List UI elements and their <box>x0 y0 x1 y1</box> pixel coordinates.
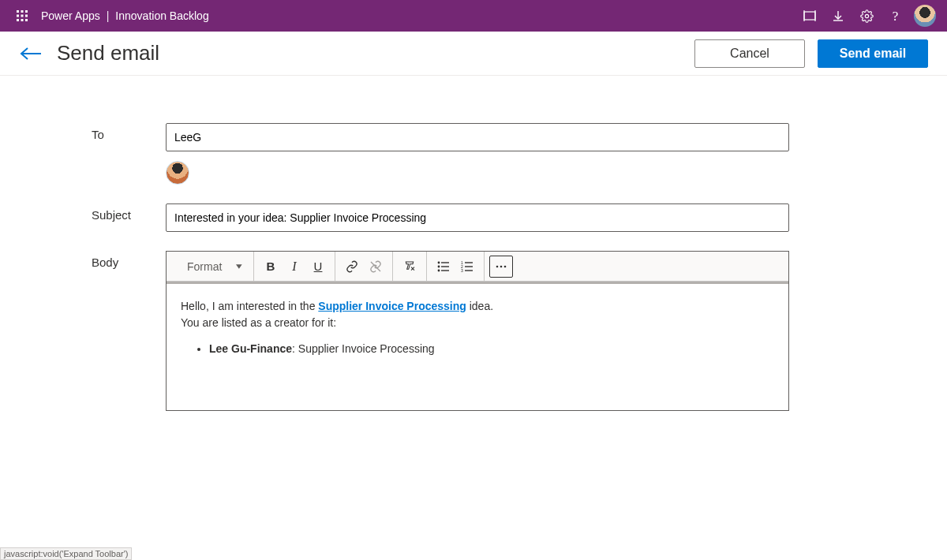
rte-toolbar: Format B I U <box>167 252 788 282</box>
svg-rect-32 <box>465 270 473 271</box>
svg-rect-0 <box>17 10 19 13</box>
bullet-rest: : Supplier Invoice Processing <box>292 342 435 355</box>
bold-button[interactable]: B <box>259 256 283 278</box>
body-editor[interactable]: Hello, I am interested in the Supplier I… <box>167 284 788 410</box>
product-name: Power Apps <box>41 9 100 22</box>
to-input[interactable] <box>166 123 789 151</box>
svg-point-21 <box>438 261 440 263</box>
subject-input[interactable] <box>166 203 789 232</box>
svg-rect-8 <box>25 19 28 21</box>
svg-rect-22 <box>441 262 449 263</box>
global-header: Power Apps | Innovation Backlog ? <box>0 0 947 32</box>
body-label: Body <box>0 251 166 411</box>
app-name: Innovation Backlog <box>115 9 208 22</box>
expand-toolbar-button[interactable] <box>489 256 513 278</box>
svg-rect-5 <box>25 15 28 17</box>
svg-point-14 <box>865 14 868 17</box>
underline-button[interactable]: U <box>306 256 330 278</box>
number-list-button[interactable]: 123 <box>455 256 479 278</box>
svg-point-34 <box>500 265 503 267</box>
rich-text-editor: Format B I U <box>166 251 789 411</box>
body-line1-suffix: idea. <box>466 300 493 312</box>
svg-rect-1 <box>21 10 24 13</box>
user-avatar[interactable] <box>914 5 936 27</box>
svg-rect-26 <box>441 270 449 271</box>
svg-text:3: 3 <box>461 268 463 272</box>
to-label: To <box>0 123 166 185</box>
bullet-bold: Lee Gu-Finance <box>209 342 292 355</box>
svg-rect-2 <box>25 10 28 13</box>
download-icon[interactable] <box>824 0 852 32</box>
svg-rect-3 <box>17 15 19 17</box>
fit-to-screen-icon[interactable] <box>795 0 824 32</box>
to-row: To <box>0 123 947 203</box>
svg-point-35 <box>504 265 507 267</box>
body-bullet: Lee Gu-Finance: Supplier Invoice Process… <box>209 341 774 357</box>
svg-text:?: ? <box>893 9 898 23</box>
svg-point-23 <box>438 265 440 267</box>
clear-format-button[interactable] <box>398 256 421 278</box>
svg-rect-6 <box>17 19 19 21</box>
svg-marker-17 <box>236 264 242 269</box>
email-form: To Subject Body Format <box>0 76 947 430</box>
svg-rect-28 <box>465 262 473 263</box>
title-separator: | <box>107 9 110 22</box>
svg-rect-4 <box>21 15 24 17</box>
send-email-button[interactable]: Send email <box>818 39 928 68</box>
link-button[interactable] <box>340 256 364 278</box>
status-bar: javascript:void('Expand Toolbar') <box>0 547 132 560</box>
subject-row: Subject <box>0 203 947 251</box>
app-launcher-icon[interactable] <box>6 0 38 32</box>
page-header: Send email Cancel Send email <box>0 32 947 76</box>
recipient-avatar[interactable] <box>166 161 189 185</box>
page-title: Send email <box>57 41 682 65</box>
format-dropdown-label: Format <box>187 260 222 273</box>
svg-point-25 <box>438 269 440 271</box>
body-line2: You are listed as a creator for it: <box>181 315 774 331</box>
settings-icon[interactable] <box>852 0 881 32</box>
subject-label: Subject <box>0 203 166 232</box>
idea-link[interactable]: Supplier Invoice Processing <box>318 300 466 312</box>
format-dropdown[interactable]: Format <box>178 260 249 273</box>
cancel-button[interactable]: Cancel <box>694 39 805 68</box>
app-title: Power Apps | Innovation Backlog <box>41 9 209 22</box>
unlink-button <box>364 256 387 278</box>
italic-button[interactable]: I <box>283 256 306 278</box>
svg-rect-24 <box>441 266 449 267</box>
body-line1-prefix: Hello, I am interested in the <box>181 300 318 312</box>
help-icon[interactable]: ? <box>881 0 909 32</box>
chevron-down-icon <box>236 264 242 269</box>
body-row: Body Format B I U <box>0 251 947 430</box>
svg-rect-9 <box>804 12 815 20</box>
back-arrow-icon[interactable] <box>19 38 51 69</box>
svg-rect-7 <box>21 19 24 21</box>
svg-point-33 <box>496 265 499 267</box>
bullet-list-button[interactable] <box>432 256 455 278</box>
svg-rect-30 <box>465 266 473 267</box>
